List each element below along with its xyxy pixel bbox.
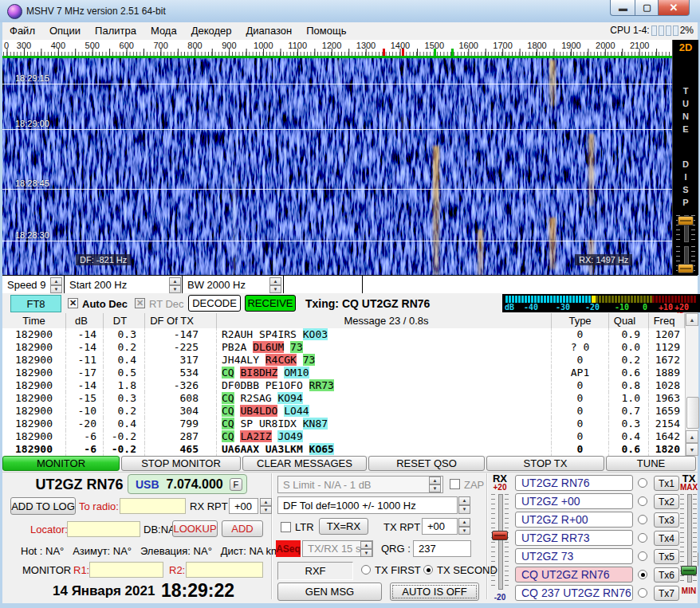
tx3-button[interactable]: Tx3 bbox=[654, 512, 679, 528]
column-header[interactable]: Qual bbox=[609, 313, 649, 328]
menu-palette[interactable]: Палитра bbox=[88, 22, 144, 40]
tx6-button[interactable]: Tx6 bbox=[654, 567, 679, 583]
r2-input[interactable] bbox=[186, 562, 263, 578]
decode-row[interactable]: 182900-150.3608CQ R2SAG KO9401.01963 bbox=[2, 392, 685, 405]
auto-is-off-button[interactable]: AUTO IS OFF bbox=[390, 583, 479, 601]
tx2-button[interactable]: Tx2 bbox=[654, 494, 679, 509]
scroll-up-icon[interactable]: ▲ bbox=[686, 313, 698, 326]
decode-button[interactable]: DECODE bbox=[188, 295, 241, 312]
scrollbar-thumb[interactable] bbox=[686, 397, 699, 429]
tx-select-radio[interactable] bbox=[638, 588, 647, 598]
qrg-input[interactable]: 237 bbox=[413, 540, 471, 557]
lookup-button[interactable]: LOOKUP bbox=[172, 520, 218, 537]
menu-mode[interactable]: Мода bbox=[144, 22, 184, 40]
locator-input[interactable] bbox=[67, 521, 140, 537]
tx-select-radio[interactable] bbox=[638, 496, 647, 506]
monitor-button[interactable]: MONITOR bbox=[2, 456, 120, 471]
tx-select-radio[interactable] bbox=[638, 570, 647, 579]
column-header[interactable]: dB bbox=[66, 313, 104, 328]
reset-qso-button[interactable]: RESET QSO bbox=[368, 456, 485, 471]
column-header[interactable]: Time bbox=[2, 313, 66, 328]
tx5-button[interactable]: Tx5 bbox=[654, 549, 679, 564]
table-scrollbar[interactable]: ▲ ▲ ▼ bbox=[685, 313, 698, 456]
tx-select-radio[interactable] bbox=[638, 533, 647, 543]
decode-row[interactable]: 182900-140.3-147R2AUH SP4IRS KO0300.9120… bbox=[2, 328, 685, 341]
scroll-up2-icon[interactable]: ▲ bbox=[686, 430, 698, 443]
rxf-button[interactable]: RXF bbox=[277, 562, 353, 580]
column-header[interactable]: DF Of TX bbox=[145, 313, 217, 328]
tx-rpt-input[interactable]: +00 bbox=[422, 518, 458, 535]
menu-decoder[interactable]: Декодер bbox=[184, 22, 239, 40]
menu-options[interactable]: Опции bbox=[42, 22, 88, 40]
df-tol-input[interactable]: DF Tol def=1000 +/- 1000 Hz bbox=[277, 496, 458, 514]
rx-level-handle[interactable] bbox=[492, 531, 508, 540]
tx-second-radio[interactable] bbox=[423, 565, 433, 575]
rx-rpt-input[interactable]: +00 bbox=[229, 498, 258, 514]
decode-row[interactable]: 182900-100.2304CQ UB4LDO LO4400.71659 bbox=[2, 405, 685, 418]
scroll-down-icon[interactable]: ▼ bbox=[686, 443, 698, 456]
zap-checkbox[interactable] bbox=[450, 479, 460, 489]
gain-slider[interactable] bbox=[675, 214, 696, 244]
start-setting[interactable]: Start 200 Hz bbox=[65, 276, 183, 294]
tx7-button[interactable]: Tx7 bbox=[654, 586, 679, 601]
decode-row[interactable]: 182900-110.4317JH4ALY R4CGK 7300.21672 bbox=[2, 354, 685, 367]
2d-mode-button[interactable]: 2D bbox=[673, 41, 698, 53]
tx1-button[interactable]: Tx1 bbox=[654, 476, 679, 491]
contrast-slider-handle[interactable] bbox=[678, 264, 694, 273]
mode-ft8-button[interactable]: FT8 bbox=[10, 295, 61, 312]
to-radio-input[interactable] bbox=[120, 498, 186, 514]
close-button[interactable]: ✕ bbox=[658, 0, 690, 16]
frequency-display[interactable]: USB 7.074.000 F bbox=[128, 474, 247, 494]
rx-rpt-spinner[interactable]: ▲▼ bbox=[260, 498, 272, 514]
add-to-log-button[interactable]: ADD TO LOG bbox=[10, 497, 76, 515]
tune-button[interactable]: TUNE bbox=[673, 84, 698, 135]
tx-select-radio[interactable] bbox=[638, 478, 647, 488]
df-tol-spinner[interactable]: ▲▼ bbox=[458, 496, 470, 514]
decode-row[interactable]: 182900-200.4799CQ SP UR8IDX KN8700.32154 bbox=[2, 418, 685, 430]
bw-setting[interactable]: BW 2000 Hz bbox=[183, 276, 284, 294]
gen-msg-button[interactable]: GEN MSG bbox=[277, 583, 382, 601]
txrx-spinner[interactable]: ▲▼ bbox=[360, 541, 372, 556]
tx-power-handle[interactable] bbox=[681, 566, 697, 575]
rt-dec-checkbox[interactable]: ✕ bbox=[135, 298, 145, 308]
tx-rpt-spinner[interactable]: ▲▼ bbox=[458, 518, 470, 535]
speed-spinner[interactable]: ▲▼ bbox=[50, 277, 62, 292]
menu-file[interactable]: Файл bbox=[2, 22, 42, 40]
s-limit-combo[interactable]: S Limit - N/A - 1 dB bbox=[277, 476, 443, 493]
auto-dec-checkbox[interactable]: ✕ bbox=[68, 298, 78, 308]
title-bar[interactable]: MSHV 7 MHz version 2.51 64-bit bbox=[0, 0, 700, 22]
aseq-indicator[interactable]: ASeq bbox=[276, 540, 301, 557]
decode-row[interactable]: 182900-6-0.2465UA6AAX UA3LKM KO6500.6182… bbox=[2, 443, 685, 456]
tx-message-field[interactable]: UT2GZ 73 bbox=[515, 548, 633, 564]
stop-tx-button[interactable]: STOP TX bbox=[486, 456, 604, 471]
start-spinner[interactable]: ▲▼ bbox=[169, 277, 181, 292]
tune-button[interactable]: TUNE bbox=[606, 456, 696, 471]
column-header[interactable]: Type bbox=[552, 313, 609, 328]
menu-help[interactable]: Помощь bbox=[299, 22, 353, 40]
clear-messages-button[interactable]: CLEAR MESSAGES bbox=[242, 456, 367, 471]
tx-select-radio[interactable] bbox=[638, 515, 647, 524]
tx-message-field[interactable]: CQ 237 UT2GZ RN76 bbox=[515, 585, 633, 601]
maximize-button[interactable]: ▢ bbox=[635, 0, 659, 16]
tx-eq-rx-button[interactable]: TX=RX bbox=[319, 518, 368, 535]
contrast-slider[interactable] bbox=[675, 245, 696, 274]
waterfall-display[interactable]: 18:29:1518:29:0018:28:4518:28:30 DF: -82… bbox=[2, 58, 672, 275]
r1-input[interactable] bbox=[89, 562, 163, 578]
decode-row[interactable]: 182900-170.5534CQ BI8DHZ OM10AP10.61889 bbox=[2, 367, 685, 379]
rx-level-slider[interactable] bbox=[490, 492, 509, 591]
tx-message-field[interactable]: UT2GZ RN76 bbox=[515, 475, 633, 491]
frequency-scale[interactable]: 0 30040050060070080090010001100120013001… bbox=[2, 40, 672, 56]
tx-message-field[interactable]: CQ UT2GZ RN76 bbox=[515, 567, 633, 583]
decode-row[interactable]: 182900-140.2-225PB2A DL6UM 73? 00.01129 bbox=[2, 341, 685, 354]
tx-message-field[interactable]: UT2GZ R+00 bbox=[515, 512, 633, 528]
gain-slider-handle[interactable] bbox=[678, 216, 694, 226]
tx-message-field[interactable]: UT2GZ +00 bbox=[515, 493, 633, 509]
tx-power-slider[interactable] bbox=[679, 492, 698, 584]
tx-first-radio[interactable] bbox=[361, 565, 371, 575]
tx-message-field[interactable]: UT2GZ RR73 bbox=[515, 530, 633, 546]
decode-row[interactable]: 182900-6-0.2287CQ LA2IZ JO4900.41642 bbox=[2, 430, 685, 443]
f-button[interactable]: F bbox=[230, 478, 242, 491]
column-header[interactable]: Message 23 / 0.8s bbox=[217, 313, 552, 328]
column-header[interactable]: DT bbox=[104, 313, 145, 328]
tx-select-radio[interactable] bbox=[638, 551, 647, 561]
